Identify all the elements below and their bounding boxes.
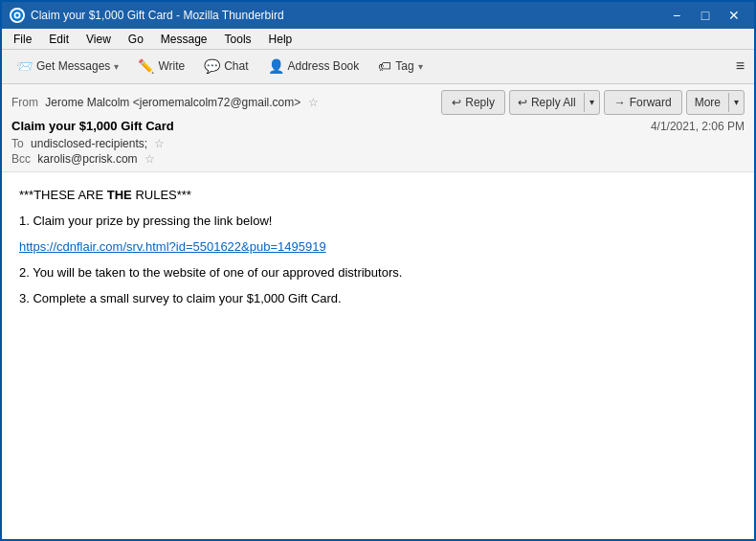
reply-all-button[interactable]: ↩ Reply All — [510, 93, 585, 112]
more-split-button[interactable]: More ▾ — [686, 90, 745, 115]
body-line2: 1. Claim your prize by pressing the link… — [19, 214, 737, 228]
to-line: To undisclosed-recipients; ☆ — [11, 137, 745, 150]
svg-point-2 — [15, 13, 19, 17]
titlebar: Claim your $1,000 Gift Card - Mozilla Th… — [2, 2, 754, 29]
menu-edit[interactable]: Edit — [41, 31, 77, 48]
body-line3: 2. You will be taken to the website of o… — [19, 265, 737, 280]
forward-icon: → — [614, 96, 626, 109]
maximize-button[interactable]: □ — [693, 6, 718, 25]
reply-button[interactable]: ↩ Reply — [441, 90, 505, 115]
sender-star-icon[interactable]: ☆ — [308, 96, 319, 109]
body-line4: 3. Complete a small survey to claim your… — [19, 291, 737, 305]
menu-help[interactable]: Help — [261, 31, 300, 48]
window-title: Claim your $1,000 Gift Card - Mozilla Th… — [31, 9, 284, 22]
minimize-button[interactable]: − — [664, 6, 689, 25]
bcc-line: Bcc karolis@pcrisk.com ☆ — [11, 152, 745, 166]
menu-go[interactable]: Go — [121, 31, 151, 48]
email-header: From Jerome Malcolm <jeromemalcolm72@gma… — [2, 84, 754, 172]
body-line1: ***THESE ARE THE RULES*** — [19, 188, 737, 202]
menubar: File Edit View Go Message Tools Help — [2, 29, 754, 50]
sender-name: Jerome Malcolm — [45, 96, 129, 109]
from-line: From Jerome Malcolm <jeromemalcolm72@gma… — [11, 96, 319, 109]
address-book-icon: 👤 — [268, 58, 284, 74]
email-link[interactable]: https://cdnflair.com/srv.html?id=5501622… — [19, 239, 326, 254]
reply-all-split-button[interactable]: ↩ Reply All ▾ — [509, 90, 600, 115]
to-label: To — [11, 137, 24, 150]
email-body: ***THESE ARE THE RULES*** 1. Claim your … — [2, 172, 754, 539]
from-label: From — [11, 96, 38, 109]
body-line1-bold: THE — [107, 188, 132, 202]
forward-button[interactable]: → Forward — [604, 90, 682, 115]
write-button[interactable]: ✏️ Write — [129, 53, 193, 79]
reply-icon: ↩ — [452, 96, 461, 109]
email-subject: Claim your $1,000 Gift Card — [11, 119, 174, 133]
to-value: undisclosed-recipients; — [31, 137, 147, 150]
reply-all-icon: ↩ — [518, 96, 527, 109]
hamburger-menu-icon[interactable]: ≡ — [732, 54, 748, 79]
menu-file[interactable]: File — [6, 31, 39, 48]
app-icon — [10, 8, 25, 23]
address-book-button[interactable]: 👤 Address Book — [259, 53, 368, 79]
window-controls: − □ ✕ — [664, 6, 746, 25]
body-link[interactable]: https://cdnflair.com/srv.html?id=5501622… — [19, 239, 737, 254]
bcc-star-icon[interactable]: ☆ — [145, 152, 155, 166]
tag-icon: 🏷 — [378, 58, 391, 74]
bcc-value: karolis@pcrisk.com — [37, 152, 137, 166]
sender-email: <jeromemalcolm72@gmail.com> — [133, 96, 301, 109]
tag-dropdown-icon[interactable]: ▾ — [418, 61, 423, 72]
toolbar: 📨 Get Messages ▾ ✏️ Write 💬 Chat 👤 Addre… — [2, 50, 754, 84]
get-messages-dropdown-icon[interactable]: ▾ — [114, 61, 119, 72]
get-messages-icon: 📨 — [16, 58, 33, 74]
chat-button[interactable]: 💬 Chat — [195, 53, 256, 79]
menu-tools[interactable]: Tools — [217, 31, 259, 48]
menu-message[interactable]: Message — [153, 31, 215, 48]
reply-all-dropdown-icon[interactable]: ▾ — [585, 94, 599, 110]
menu-view[interactable]: View — [78, 31, 119, 48]
chat-icon: 💬 — [204, 58, 220, 74]
tag-button[interactable]: 🏷 Tag ▾ — [369, 53, 431, 79]
more-button[interactable]: More — [687, 93, 729, 112]
more-dropdown-icon[interactable]: ▾ — [729, 94, 744, 110]
close-button[interactable]: ✕ — [722, 6, 746, 25]
to-star-icon[interactable]: ☆ — [154, 137, 165, 150]
get-messages-button[interactable]: 📨 Get Messages ▾ — [8, 53, 127, 79]
email-date: 4/1/2021, 2:06 PM — [651, 120, 745, 133]
write-icon: ✏️ — [138, 58, 154, 74]
bcc-label: Bcc — [11, 152, 31, 166]
